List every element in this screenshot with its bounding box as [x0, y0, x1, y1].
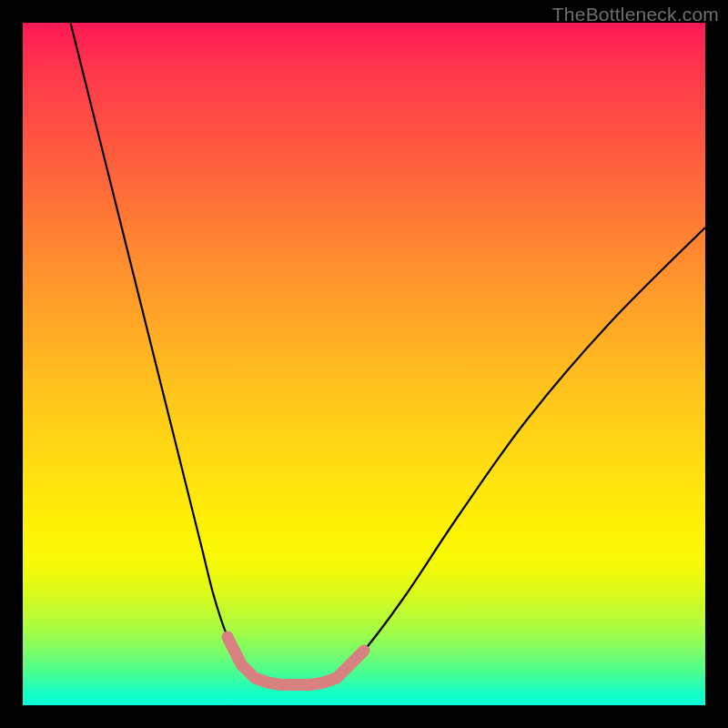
bottleneck-curve: [71, 23, 706, 685]
curve-right-ascent: [337, 228, 705, 678]
curve-layer: [23, 23, 705, 705]
plot-area: [23, 23, 705, 705]
chart-frame: TheBottleneck.com: [0, 0, 728, 728]
highlighted-valley-markers: [228, 637, 364, 685]
curve-left-descent: [71, 23, 256, 678]
